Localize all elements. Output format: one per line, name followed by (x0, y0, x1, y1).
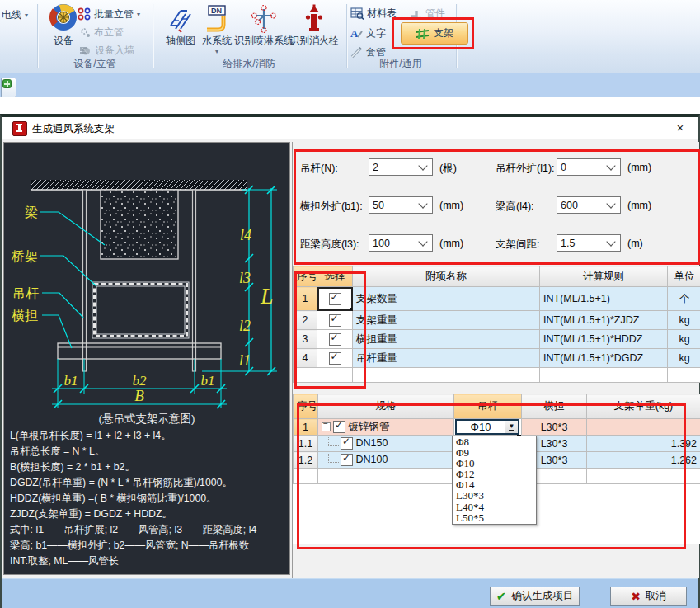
checkbox-checked[interactable]: ✓ (329, 352, 341, 365)
ribbon-button-identify-hydrant[interactable]: 识别消火栓 (287, 4, 341, 48)
checkbox-checked[interactable]: ✓ (341, 454, 353, 466)
t1-row3-rule[interactable]: INT(ML/1.5+1)*HDDZ (540, 330, 668, 349)
field-beam-distance[interactable]: 100 (369, 234, 433, 252)
t2-row1-weight[interactable] (587, 419, 700, 436)
formula-block: L(单根吊杆长度) = l1 + l2 + l3 + l4。 吊杆总长度 = N… (10, 428, 287, 569)
t1-row2-select-cell[interactable]: ✓ (317, 311, 353, 330)
t2-row2-weight[interactable]: 1.392 (587, 436, 700, 452)
check-icon: ✓ (342, 436, 350, 447)
cancel-button[interactable]: ✖ 取消 (610, 587, 687, 606)
t1-row1-rule[interactable]: INT(ML/1.5+1) (540, 287, 668, 311)
t2-empty-cell[interactable] (318, 469, 454, 484)
t2-row1-spec-cell[interactable]: −✓ 镀锌钢管 (318, 419, 454, 436)
t2-row1-arm[interactable]: L30*3 (522, 419, 587, 436)
field-rod-extend[interactable]: 0 (557, 158, 621, 176)
t2-row1-no[interactable]: 1 (294, 419, 318, 436)
t1-header-name[interactable]: 附项名称 (353, 266, 540, 287)
dialog-titlebar[interactable]: 生成通风系统支架 × (2, 117, 698, 139)
fill-handle[interactable] (350, 308, 353, 311)
checkbox-checked[interactable]: ✓ (333, 421, 345, 433)
t1-empty-cell[interactable] (317, 368, 353, 383)
t2-row3-weight[interactable]: 1.262 (587, 452, 700, 469)
t1-header-no[interactable]: 序号 (294, 266, 317, 287)
t1-row1-unit[interactable]: 个 (668, 287, 700, 311)
t2-empty-cell[interactable] (587, 469, 700, 484)
ribbon-button-material-table[interactable]: 材料表 (350, 6, 397, 21)
field-arm-extend[interactable]: 50 (369, 196, 433, 214)
formula-line: 吊杆总长度 = N * L。 (10, 444, 287, 460)
t1-row3-no[interactable]: 3 (294, 330, 317, 349)
field-unit-beam-distance: (mm) (439, 238, 463, 249)
field-bracket-spacing[interactable]: 1.5 (557, 234, 621, 252)
ribbon-button-text[interactable]: A 文字 (350, 26, 386, 40)
t1-row4-select-cell[interactable]: ✓ (317, 349, 353, 368)
chevron-down-icon (418, 199, 427, 208)
t1-row4-no[interactable]: 4 (294, 349, 317, 368)
t2-row2-spec-cell[interactable]: ✓ DN150 (318, 436, 454, 452)
t2-header-arm[interactable]: 横担 (522, 394, 587, 419)
t2-row2-no[interactable]: 1.1 (294, 436, 318, 452)
tree-branch-line (328, 437, 339, 446)
t2-header-weight[interactable]: 支架单重(kg) (587, 394, 700, 419)
checkbox-checked[interactable]: ✓ (329, 293, 341, 305)
green-plus-icon (3, 80, 11, 87)
t1-header-rule[interactable]: 计算规则 (540, 266, 668, 287)
t1-empty-cell[interactable] (668, 368, 700, 383)
formula-line: L(单根吊杆长度) = l1 + l2 + l3 + l4。 (10, 428, 287, 444)
t1-row4-unit[interactable]: kg (668, 349, 700, 368)
quick-add-button[interactable] (1, 78, 16, 97)
dropdown-option[interactable]: L50*5 (453, 512, 536, 523)
t1-row1-no[interactable]: 1 (294, 287, 317, 311)
tree-collapse-icon[interactable]: − (322, 422, 331, 431)
ribbon-button-water-system-label: 水系统 (202, 34, 232, 48)
t1-empty-cell[interactable] (294, 368, 317, 383)
t1-row1-select-cell[interactable]: ✓ (317, 287, 353, 311)
checkbox-checked[interactable]: ✓ (329, 333, 341, 346)
t2-header-spec[interactable]: 规格 (318, 394, 454, 419)
checkbox-checked[interactable]: ✓ (341, 437, 353, 450)
t1-row1-name[interactable]: 支架数量 (353, 287, 540, 311)
t2-header-rod[interactable]: 吊杆 (454, 394, 522, 419)
cancel-button-label: 取消 (646, 589, 666, 603)
ribbon-button-bracket[interactable]: 支架 (401, 22, 468, 45)
t2-row3-no[interactable]: 1.2 (294, 452, 318, 469)
rod-spec-combo[interactable]: Φ10 ▼ (455, 419, 519, 435)
t1-row2-unit[interactable]: kg (668, 311, 700, 330)
combo-drop-icon[interactable]: ▼ (505, 421, 518, 433)
field-beam-height[interactable]: 600 (557, 196, 621, 214)
t1-row3-select-cell[interactable]: ✓ (317, 330, 353, 349)
ribbon-button-identify-sprinkler-label: 识别喷淋系统 (234, 34, 294, 48)
t1-empty-cell[interactable] (353, 368, 540, 383)
water-system-icon: DN (202, 4, 232, 34)
ribbon-item-cable[interactable]: 电线 ▾ (2, 8, 28, 22)
close-icon[interactable]: × (672, 120, 688, 136)
t1-row3-unit[interactable]: kg (668, 330, 700, 349)
t1-row2-name[interactable]: 支架重量 (353, 311, 540, 330)
ribbon-button-batch-risers[interactable]: 批量立管 ▾ (78, 7, 140, 21)
dropdown-option[interactable]: L40*4 (453, 502, 536, 512)
chevron-down-icon (418, 161, 427, 170)
t1-row4-name[interactable]: 吊杆重量 (353, 349, 540, 368)
rod-spec-combo-value: Φ10 (457, 421, 505, 433)
t1-empty-cell[interactable] (540, 368, 668, 383)
confirm-button[interactable]: ✔ 确认生成项目 (490, 587, 580, 606)
field-rod-count[interactable]: 2 (369, 158, 433, 176)
ribbon-item-cable-label: 电线 (2, 8, 21, 22)
t2-header-no[interactable]: 序号 (294, 394, 318, 419)
t1-header-select[interactable]: 选择 (317, 266, 353, 287)
dropdown-option[interactable]: L30*3 (453, 490, 536, 501)
t1-row2-no[interactable]: 2 (294, 311, 317, 330)
ribbon-button-identify-sprinkler[interactable]: 识别喷淋系统 (233, 4, 295, 48)
formula-line: INT:取整; ML——风管长 (10, 554, 287, 569)
t2-row3-spec-cell[interactable]: ✓ DN100 (318, 452, 454, 469)
t1-row3-name[interactable]: 横担重量 (353, 330, 540, 349)
field-unit-bracket-spacing: (m) (627, 238, 643, 249)
diagram-label-beam: 梁 (25, 205, 38, 219)
t2-row1-spec: 镀锌钢管 (348, 421, 389, 432)
t1-header-unit[interactable]: 单位 (668, 266, 700, 287)
t1-row2-rule[interactable]: INT(ML/1.5+1)*ZJDZ (540, 311, 668, 330)
t2-empty-cell[interactable] (294, 469, 318, 484)
checkbox-checked[interactable]: ✓ (329, 314, 341, 327)
t1-row4-rule[interactable]: INT(ML/1.5+1)*DGDZ (540, 349, 668, 368)
table-row-empty (294, 368, 700, 383)
